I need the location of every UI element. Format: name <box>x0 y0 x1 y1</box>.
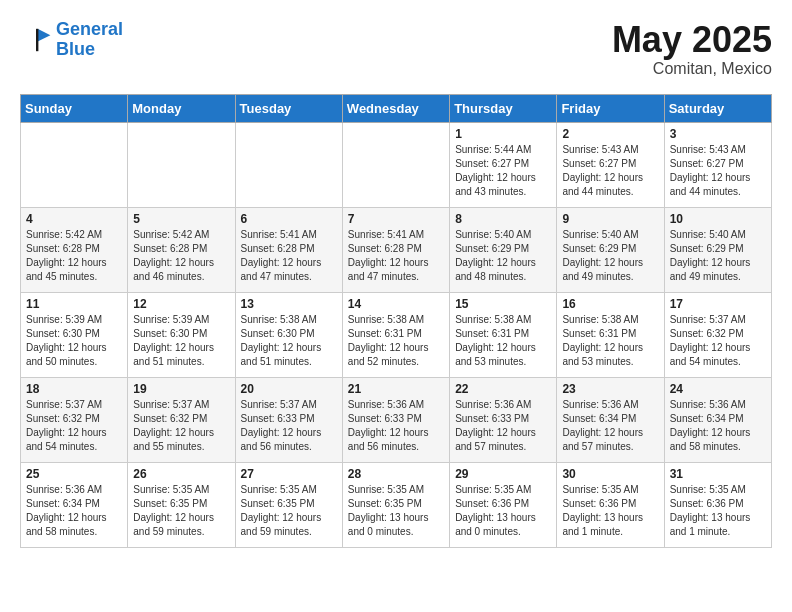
calendar-cell: 8Sunrise: 5:40 AMSunset: 6:29 PMDaylight… <box>450 207 557 292</box>
calendar-cell: 6Sunrise: 5:41 AMSunset: 6:28 PMDaylight… <box>235 207 342 292</box>
calendar-cell <box>235 122 342 207</box>
calendar-cell: 5Sunrise: 5:42 AMSunset: 6:28 PMDaylight… <box>128 207 235 292</box>
day-info: Sunrise: 5:42 AMSunset: 6:28 PMDaylight:… <box>26 228 122 284</box>
day-info: Sunrise: 5:37 AMSunset: 6:32 PMDaylight:… <box>133 398 229 454</box>
header-wednesday: Wednesday <box>342 94 449 122</box>
calendar-cell: 2Sunrise: 5:43 AMSunset: 6:27 PMDaylight… <box>557 122 664 207</box>
day-number: 25 <box>26 467 122 481</box>
day-info: Sunrise: 5:37 AMSunset: 6:32 PMDaylight:… <box>670 313 766 369</box>
calendar-cell: 21Sunrise: 5:36 AMSunset: 6:33 PMDayligh… <box>342 377 449 462</box>
header-row: Sunday Monday Tuesday Wednesday Thursday… <box>21 94 772 122</box>
calendar-cell: 24Sunrise: 5:36 AMSunset: 6:34 PMDayligh… <box>664 377 771 462</box>
title-block: May 2025 Comitan, Mexico <box>612 20 772 78</box>
day-info: Sunrise: 5:44 AMSunset: 6:27 PMDaylight:… <box>455 143 551 199</box>
logo-icon <box>20 24 52 56</box>
calendar-cell: 16Sunrise: 5:38 AMSunset: 6:31 PMDayligh… <box>557 292 664 377</box>
day-info: Sunrise: 5:40 AMSunset: 6:29 PMDaylight:… <box>562 228 658 284</box>
day-number: 10 <box>670 212 766 226</box>
logo: General Blue <box>20 20 123 60</box>
calendar-cell: 30Sunrise: 5:35 AMSunset: 6:36 PMDayligh… <box>557 462 664 547</box>
calendar-cell: 4Sunrise: 5:42 AMSunset: 6:28 PMDaylight… <box>21 207 128 292</box>
day-info: Sunrise: 5:39 AMSunset: 6:30 PMDaylight:… <box>26 313 122 369</box>
calendar-cell: 12Sunrise: 5:39 AMSunset: 6:30 PMDayligh… <box>128 292 235 377</box>
day-info: Sunrise: 5:37 AMSunset: 6:32 PMDaylight:… <box>26 398 122 454</box>
day-number: 31 <box>670 467 766 481</box>
day-info: Sunrise: 5:37 AMSunset: 6:33 PMDaylight:… <box>241 398 337 454</box>
week-row-4: 18Sunrise: 5:37 AMSunset: 6:32 PMDayligh… <box>21 377 772 462</box>
calendar-cell: 3Sunrise: 5:43 AMSunset: 6:27 PMDaylight… <box>664 122 771 207</box>
calendar-cell: 9Sunrise: 5:40 AMSunset: 6:29 PMDaylight… <box>557 207 664 292</box>
calendar-cell: 13Sunrise: 5:38 AMSunset: 6:30 PMDayligh… <box>235 292 342 377</box>
header-monday: Monday <box>128 94 235 122</box>
calendar-cell: 19Sunrise: 5:37 AMSunset: 6:32 PMDayligh… <box>128 377 235 462</box>
day-number: 26 <box>133 467 229 481</box>
calendar-cell: 28Sunrise: 5:35 AMSunset: 6:35 PMDayligh… <box>342 462 449 547</box>
day-info: Sunrise: 5:38 AMSunset: 6:31 PMDaylight:… <box>348 313 444 369</box>
logo-line1: General <box>56 19 123 39</box>
day-number: 14 <box>348 297 444 311</box>
day-info: Sunrise: 5:38 AMSunset: 6:31 PMDaylight:… <box>455 313 551 369</box>
day-number: 12 <box>133 297 229 311</box>
day-info: Sunrise: 5:36 AMSunset: 6:34 PMDaylight:… <box>562 398 658 454</box>
calendar-cell: 20Sunrise: 5:37 AMSunset: 6:33 PMDayligh… <box>235 377 342 462</box>
day-number: 29 <box>455 467 551 481</box>
calendar-cell: 22Sunrise: 5:36 AMSunset: 6:33 PMDayligh… <box>450 377 557 462</box>
day-info: Sunrise: 5:35 AMSunset: 6:36 PMDaylight:… <box>455 483 551 539</box>
day-number: 1 <box>455 127 551 141</box>
location: Comitan, Mexico <box>612 60 772 78</box>
day-info: Sunrise: 5:39 AMSunset: 6:30 PMDaylight:… <box>133 313 229 369</box>
calendar-cell: 29Sunrise: 5:35 AMSunset: 6:36 PMDayligh… <box>450 462 557 547</box>
day-number: 30 <box>562 467 658 481</box>
calendar-cell: 7Sunrise: 5:41 AMSunset: 6:28 PMDaylight… <box>342 207 449 292</box>
week-row-5: 25Sunrise: 5:36 AMSunset: 6:34 PMDayligh… <box>21 462 772 547</box>
day-info: Sunrise: 5:35 AMSunset: 6:35 PMDaylight:… <box>241 483 337 539</box>
day-info: Sunrise: 5:41 AMSunset: 6:28 PMDaylight:… <box>348 228 444 284</box>
calendar-cell <box>128 122 235 207</box>
day-info: Sunrise: 5:36 AMSunset: 6:34 PMDaylight:… <box>670 398 766 454</box>
calendar-cell: 23Sunrise: 5:36 AMSunset: 6:34 PMDayligh… <box>557 377 664 462</box>
week-row-2: 4Sunrise: 5:42 AMSunset: 6:28 PMDaylight… <box>21 207 772 292</box>
day-number: 22 <box>455 382 551 396</box>
day-info: Sunrise: 5:35 AMSunset: 6:36 PMDaylight:… <box>562 483 658 539</box>
day-info: Sunrise: 5:36 AMSunset: 6:33 PMDaylight:… <box>348 398 444 454</box>
day-number: 5 <box>133 212 229 226</box>
day-number: 4 <box>26 212 122 226</box>
header-friday: Friday <box>557 94 664 122</box>
day-info: Sunrise: 5:43 AMSunset: 6:27 PMDaylight:… <box>562 143 658 199</box>
calendar-cell <box>342 122 449 207</box>
day-number: 8 <box>455 212 551 226</box>
day-number: 24 <box>670 382 766 396</box>
day-number: 2 <box>562 127 658 141</box>
day-number: 21 <box>348 382 444 396</box>
logo-text: General Blue <box>56 20 123 60</box>
day-number: 6 <box>241 212 337 226</box>
calendar-cell: 18Sunrise: 5:37 AMSunset: 6:32 PMDayligh… <box>21 377 128 462</box>
day-info: Sunrise: 5:36 AMSunset: 6:33 PMDaylight:… <box>455 398 551 454</box>
header-tuesday: Tuesday <box>235 94 342 122</box>
calendar-cell: 14Sunrise: 5:38 AMSunset: 6:31 PMDayligh… <box>342 292 449 377</box>
header-sunday: Sunday <box>21 94 128 122</box>
header-thursday: Thursday <box>450 94 557 122</box>
day-number: 7 <box>348 212 444 226</box>
calendar-table: Sunday Monday Tuesday Wednesday Thursday… <box>20 94 772 548</box>
day-info: Sunrise: 5:35 AMSunset: 6:35 PMDaylight:… <box>133 483 229 539</box>
day-number: 19 <box>133 382 229 396</box>
calendar-cell: 11Sunrise: 5:39 AMSunset: 6:30 PMDayligh… <box>21 292 128 377</box>
day-number: 13 <box>241 297 337 311</box>
day-info: Sunrise: 5:35 AMSunset: 6:36 PMDaylight:… <box>670 483 766 539</box>
day-info: Sunrise: 5:36 AMSunset: 6:34 PMDaylight:… <box>26 483 122 539</box>
week-row-1: 1Sunrise: 5:44 AMSunset: 6:27 PMDaylight… <box>21 122 772 207</box>
calendar-cell: 10Sunrise: 5:40 AMSunset: 6:29 PMDayligh… <box>664 207 771 292</box>
day-info: Sunrise: 5:40 AMSunset: 6:29 PMDaylight:… <box>670 228 766 284</box>
svg-rect-2 <box>36 29 38 51</box>
day-info: Sunrise: 5:42 AMSunset: 6:28 PMDaylight:… <box>133 228 229 284</box>
month-year: May 2025 <box>612 20 772 60</box>
day-number: 18 <box>26 382 122 396</box>
calendar-cell: 26Sunrise: 5:35 AMSunset: 6:35 PMDayligh… <box>128 462 235 547</box>
day-number: 3 <box>670 127 766 141</box>
page-header: General Blue May 2025 Comitan, Mexico <box>20 20 772 78</box>
calendar-cell: 17Sunrise: 5:37 AMSunset: 6:32 PMDayligh… <box>664 292 771 377</box>
day-info: Sunrise: 5:40 AMSunset: 6:29 PMDaylight:… <box>455 228 551 284</box>
day-number: 16 <box>562 297 658 311</box>
calendar-cell: 31Sunrise: 5:35 AMSunset: 6:36 PMDayligh… <box>664 462 771 547</box>
